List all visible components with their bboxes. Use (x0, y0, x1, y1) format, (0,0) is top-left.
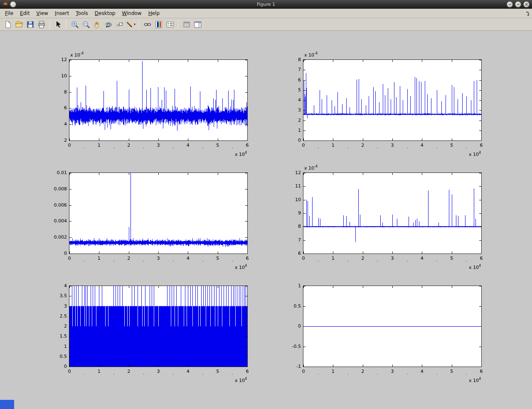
pan-icon (93, 20, 101, 29)
brush-icon (126, 20, 133, 29)
menu-items: FileEditViewInsertToolsDesktopWindowHelp (2, 9, 163, 17)
insert-colorbar-icon (155, 20, 163, 29)
print-figure-button[interactable] (36, 19, 47, 30)
print-figure-icon (37, 20, 46, 29)
window-menu-button[interactable] (10, 1, 16, 7)
toolbar-separator (49, 20, 50, 29)
titlebar[interactable]: Figure 1 (0, 0, 532, 9)
toolbar-separator (66, 20, 66, 29)
figure-window: Figure 1 FileEditViewInsertToolsDesktopW… (0, 0, 532, 409)
open-file-button[interactable] (14, 19, 24, 30)
brush-button[interactable]: ▾ (126, 19, 136, 30)
zoom-out-icon (82, 20, 90, 29)
matlab-logo-icon (2, 0, 8, 8)
toolbar-separator (139, 20, 139, 29)
show-plot-tools-icon (194, 20, 202, 29)
window-controls (507, 1, 532, 7)
dropdown-arrow-icon[interactable]: ▾ (134, 22, 135, 26)
insert-legend-icon (166, 20, 174, 29)
menu-item-desktop[interactable]: Desktop (91, 9, 119, 17)
toolbar-separator (178, 20, 178, 29)
edit-plot-icon (54, 20, 62, 29)
link-plot-icon (143, 20, 152, 29)
menu-item-view[interactable]: View (33, 9, 51, 17)
data-cursor-button[interactable] (114, 19, 125, 30)
new-figure-button[interactable] (2, 19, 13, 30)
zoom-out-button[interactable] (81, 19, 91, 30)
zoom-in-button[interactable] (69, 19, 80, 30)
new-figure-icon (4, 20, 12, 29)
menu-item-help[interactable]: Help (145, 9, 163, 17)
hide-plot-tools-button[interactable] (181, 19, 192, 30)
insert-colorbar-button[interactable] (153, 19, 164, 30)
figure-canvas-background (0, 31, 532, 409)
rotate-3d-button[interactable] (103, 19, 113, 30)
edit-plot-button[interactable] (53, 19, 63, 30)
window-close-button[interactable] (523, 1, 530, 7)
show-plot-tools-button[interactable] (192, 19, 203, 30)
save-figure-icon (26, 20, 34, 29)
window-title: Figure 1 (0, 2, 532, 7)
open-file-icon (15, 20, 23, 29)
menu-item-edit[interactable]: Edit (17, 9, 33, 17)
menu-item-tools[interactable]: Tools (72, 9, 91, 17)
toolbar: ▾ (0, 18, 532, 31)
window-shade-button[interactable] (507, 1, 513, 7)
window-maximize-button[interactable] (515, 1, 521, 7)
link-plot-button[interactable] (142, 19, 153, 30)
insert-legend-button[interactable] (165, 19, 175, 30)
pan-button[interactable] (92, 19, 102, 30)
menubar: FileEditViewInsertToolsDesktopWindowHelp (0, 9, 532, 18)
menu-item-window[interactable]: Window (118, 9, 145, 17)
dock-arrow-icon (525, 11, 530, 16)
menu-item-file[interactable]: File (2, 9, 17, 17)
hide-plot-tools-icon (182, 20, 191, 29)
data-cursor-icon (116, 20, 124, 29)
zoom-in-icon (71, 20, 79, 29)
save-figure-button[interactable] (25, 19, 35, 30)
menu-item-insert[interactable]: Insert (52, 9, 72, 17)
background-window-fragment (0, 400, 14, 409)
dock-figure-button[interactable] (524, 10, 531, 17)
rotate-3d-icon (104, 20, 113, 29)
